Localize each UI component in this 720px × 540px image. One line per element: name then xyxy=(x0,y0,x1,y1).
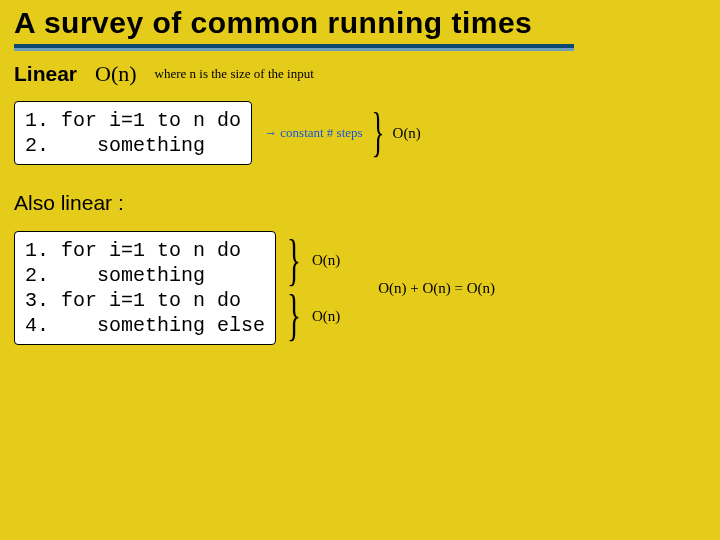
on-stack: O(n) O(n) xyxy=(312,234,340,342)
code-box-2: 1. for i=1 to n do 2. something 3. for i… xyxy=(14,231,276,345)
on-label-1: O(n) xyxy=(393,125,421,142)
code-row-2: 1. for i=1 to n do 2. something 3. for i… xyxy=(14,231,706,345)
where-note: where n is the size of the input xyxy=(155,66,314,82)
brace-icon: } xyxy=(287,240,301,281)
code-box-1: 1. for i=1 to n do 2. something xyxy=(14,101,252,165)
sum-equation: O(n) + O(n) = O(n) xyxy=(378,280,495,297)
title-underline xyxy=(14,44,574,51)
also-linear-label: Also linear : xyxy=(14,191,706,215)
brace-icon: } xyxy=(371,114,384,152)
arrow-note: → constant # steps xyxy=(264,125,363,141)
brace-stack: } } xyxy=(284,233,304,343)
on-label-top: O(n) xyxy=(312,252,340,269)
on-label-bottom: O(n) xyxy=(312,308,340,325)
page-title: A survey of common running times xyxy=(14,6,706,40)
linear-label: Linear xyxy=(14,62,77,86)
linear-row: Linear O(n) where n is the size of the i… xyxy=(14,61,706,87)
code-row-1: 1. for i=1 to n do 2. something → consta… xyxy=(14,101,706,165)
big-o-n-hand: O(n) xyxy=(95,61,137,87)
brace-icon: } xyxy=(287,295,301,336)
slide: A survey of common running times Linear … xyxy=(0,0,720,359)
